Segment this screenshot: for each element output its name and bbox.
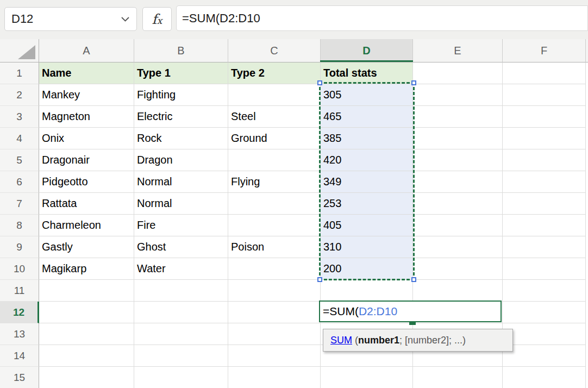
cell[interactable]: Magikarp <box>39 258 134 280</box>
cell[interactable] <box>413 258 503 280</box>
cell[interactable]: Dragonair <box>39 149 134 171</box>
cell[interactable] <box>39 280 134 302</box>
column-header-c[interactable]: C <box>228 39 321 62</box>
row-header[interactable]: 14 <box>0 345 39 367</box>
cell[interactable] <box>503 128 586 149</box>
chevron-down-icon[interactable] <box>121 16 130 22</box>
cell[interactable]: Gastly <box>39 236 134 258</box>
row-header[interactable]: 3 <box>0 106 39 128</box>
row-header[interactable]: 8 <box>0 215 39 236</box>
row-header[interactable]: 9 <box>0 236 39 258</box>
cell[interactable]: Pidgeotto <box>39 171 134 193</box>
cell[interactable]: 310 <box>321 236 413 258</box>
row-header[interactable]: 5 <box>0 149 39 171</box>
column-header-a[interactable]: A <box>39 39 134 62</box>
column-header-f[interactable]: F <box>503 39 586 62</box>
cell[interactable] <box>228 149 321 171</box>
row-header[interactable]: 6 <box>0 171 39 193</box>
cell[interactable] <box>413 280 503 302</box>
cell[interactable] <box>228 215 321 236</box>
cell[interactable] <box>413 62 503 84</box>
cell[interactable] <box>413 128 503 149</box>
cell[interactable]: 305 <box>321 84 413 106</box>
cell[interactable]: Mankey <box>39 84 134 106</box>
cell[interactable] <box>413 106 503 128</box>
cell[interactable] <box>228 302 321 323</box>
select-all-corner[interactable] <box>0 39 39 62</box>
fx-button[interactable]: fx <box>142 7 172 31</box>
cell[interactable] <box>134 323 228 345</box>
cell[interactable] <box>228 280 321 302</box>
cell[interactable] <box>503 215 586 236</box>
cell[interactable]: Magneton <box>39 106 134 128</box>
cell[interactable]: Total stats <box>321 62 413 84</box>
cell[interactable] <box>413 236 503 258</box>
row-header[interactable]: 1 <box>0 62 39 84</box>
cell[interactable] <box>503 106 586 128</box>
fill-handle[interactable] <box>409 321 416 325</box>
cell[interactable]: Steel <box>228 106 321 128</box>
cell[interactable] <box>503 84 586 106</box>
cell[interactable] <box>503 323 586 345</box>
column-header-b[interactable]: B <box>134 39 228 62</box>
cell[interactable] <box>503 367 586 388</box>
cell[interactable] <box>321 367 413 388</box>
cell[interactable] <box>134 345 228 367</box>
cell[interactable]: 253 <box>321 193 413 215</box>
cell[interactable]: Flying <box>228 171 321 193</box>
cell[interactable] <box>228 193 321 215</box>
cell[interactable] <box>39 367 134 388</box>
cell[interactable]: Onix <box>39 128 134 149</box>
cell[interactable] <box>134 280 228 302</box>
cell[interactable] <box>503 149 586 171</box>
cell[interactable] <box>321 280 413 302</box>
cell[interactable] <box>228 258 321 280</box>
cell[interactable]: Charmeleon <box>39 215 134 236</box>
cell[interactable]: 465 <box>321 106 413 128</box>
cell[interactable]: Name <box>39 62 134 84</box>
name-box[interactable]: D12 <box>4 7 137 31</box>
cell[interactable] <box>503 171 586 193</box>
cell[interactable] <box>134 367 228 388</box>
cell[interactable]: Fire <box>134 215 228 236</box>
row-header[interactable]: 11 <box>0 280 39 302</box>
row-header[interactable]: 2 <box>0 84 39 106</box>
editing-cell-d12[interactable]: =SUM(D2:D10 <box>319 301 502 322</box>
sum-function-link[interactable]: SUM <box>330 335 352 346</box>
cell[interactable] <box>39 345 134 367</box>
cell[interactable] <box>413 149 503 171</box>
row-header[interactable]: 4 <box>0 128 39 149</box>
cell[interactable] <box>413 367 503 388</box>
cell[interactable]: Fighting <box>134 84 228 106</box>
cell[interactable]: 420 <box>321 149 413 171</box>
cell[interactable]: Normal <box>134 171 228 193</box>
cell[interactable] <box>503 280 586 302</box>
cell[interactable]: Electric <box>134 106 228 128</box>
cell[interactable] <box>503 302 586 323</box>
cell[interactable] <box>413 193 503 215</box>
cell[interactable] <box>503 236 586 258</box>
cell[interactable] <box>228 367 321 388</box>
row-header[interactable]: 10 <box>0 258 39 280</box>
cell[interactable] <box>228 345 321 367</box>
row-header-12-selected[interactable]: 12 <box>0 302 39 323</box>
cell[interactable]: 200 <box>321 258 413 280</box>
cell[interactable] <box>413 171 503 193</box>
cell[interactable]: 405 <box>321 215 413 236</box>
cell[interactable]: Type 2 <box>228 62 321 84</box>
cell[interactable] <box>413 84 503 106</box>
row-header[interactable]: 7 <box>0 193 39 215</box>
cell[interactable] <box>503 258 586 280</box>
row-header[interactable]: 15 <box>0 367 39 388</box>
cell[interactable] <box>413 215 503 236</box>
column-header-d-selected[interactable]: D <box>321 39 413 62</box>
cell[interactable]: Normal <box>134 193 228 215</box>
cell[interactable] <box>228 323 321 345</box>
formula-bar[interactable]: =SUM(D2:D10 <box>176 5 588 31</box>
cell[interactable]: Type 1 <box>134 62 228 84</box>
cell[interactable]: 385 <box>321 128 413 149</box>
cell[interactable]: Rock <box>134 128 228 149</box>
cell[interactable] <box>134 302 228 323</box>
cell[interactable]: Ground <box>228 128 321 149</box>
cell[interactable] <box>503 62 586 84</box>
